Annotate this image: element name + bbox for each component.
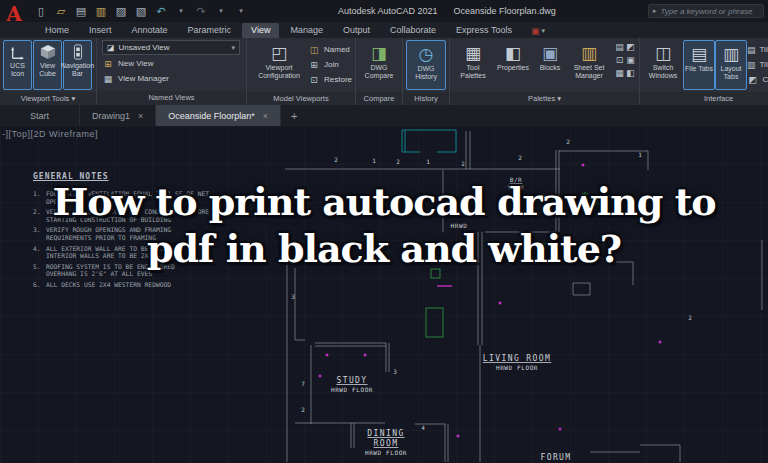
- view-dropdown-caret-icon: ▾: [231, 44, 235, 52]
- button-label: Properties: [497, 64, 529, 72]
- save-icon[interactable]: ▤: [74, 5, 88, 18]
- ucs-icon-button[interactable]: UCS Icon: [3, 40, 32, 90]
- dimension-point: [659, 341, 662, 344]
- search-box[interactable]: ▸: [648, 4, 764, 18]
- search-input[interactable]: [661, 7, 759, 16]
- switch-windows-button[interactable]: ◫ Switch Windows: [643, 40, 683, 90]
- button-label: Cascade: [762, 75, 768, 84]
- room-label: STUDY: [336, 376, 367, 385]
- palette-small-icon[interactable]: ▣: [625, 55, 636, 68]
- dim-number: 2: [301, 406, 305, 413]
- dim-number: 2: [688, 314, 692, 321]
- undo-caret-icon[interactable]: ▾: [174, 7, 188, 15]
- palette-small-icon[interactable]: ◧: [625, 68, 636, 81]
- panel-label-viewport-tools[interactable]: Viewport Tools ▾: [0, 92, 96, 105]
- file-tab-start[interactable]: Start: [0, 105, 80, 126]
- new-drawing-tab-button[interactable]: +: [281, 105, 307, 126]
- dwg-compare-button[interactable]: ◨ DWG Compare: [359, 40, 399, 90]
- quick-access-toolbar: ▯ ▱ ▤ ▥ ▨ ▧ ↶ ▾ ↷ ▾ ▾: [34, 5, 248, 18]
- panel-history: ◷ DWG History History: [403, 38, 450, 105]
- close-tab-icon[interactable]: ×: [138, 111, 143, 121]
- undo-icon[interactable]: ↶: [154, 5, 168, 18]
- blocks-icon: ▣: [542, 42, 558, 64]
- redo-caret-icon[interactable]: ▾: [214, 7, 228, 15]
- panel-named-views: ◪ Unsaved View ▾ ⊞ New View ▦ View Manag…: [97, 38, 247, 105]
- properties-button[interactable]: ◧ Properties: [493, 40, 533, 90]
- cascade-button[interactable]: ◩ Cascade: [747, 72, 768, 87]
- view-manager-icon: ▦: [102, 74, 114, 84]
- featured-apps-button[interactable]: ▣ ▾: [531, 26, 545, 38]
- dim-number: 3: [393, 368, 397, 375]
- tab-annotate[interactable]: Annotate: [123, 23, 177, 38]
- panel-label-palettes[interactable]: Palettes ▾: [450, 92, 639, 105]
- panel-label-model-viewports[interactable]: Model Viewports: [247, 92, 355, 105]
- file-tab-drawing1[interactable]: Drawing1 ×: [80, 105, 156, 126]
- headline-line1: How to print autocad drawing to: [0, 178, 768, 225]
- panel-label-named-views[interactable]: Named Views: [97, 91, 246, 105]
- save-as-icon[interactable]: ▥: [94, 5, 108, 18]
- plus-icon: +: [291, 110, 297, 122]
- button-label: Viewport Configuration: [250, 64, 308, 80]
- viewport-configuration-icon: ◰: [271, 42, 287, 64]
- dwg-compare-icon: ◨: [371, 42, 387, 64]
- panel-label-history[interactable]: History: [403, 92, 449, 105]
- redo-icon[interactable]: ↷: [194, 5, 208, 18]
- tile-vertically-button[interactable]: ▥ Tile Vertically: [747, 57, 768, 72]
- file-tab-oceanside-floorplan[interactable]: Oceanside Floorplan* ×: [156, 105, 281, 126]
- viewport-configuration-button[interactable]: ◰ Viewport Configuration: [250, 40, 308, 90]
- tab-insert[interactable]: Insert: [80, 23, 121, 38]
- new-view-button[interactable]: ⊞ New View: [102, 56, 153, 71]
- featured-apps-icon: ▣: [531, 26, 540, 36]
- fireplace-box: [426, 308, 443, 337]
- plot-icon[interactable]: ▨: [114, 5, 128, 18]
- tab-home[interactable]: Home: [36, 23, 78, 38]
- panel-label-compare[interactable]: Compare: [356, 92, 402, 105]
- tool-palettes-button[interactable]: ▦ Tool Palettes: [453, 40, 493, 90]
- view-cube-button[interactable]: View Cube: [33, 40, 62, 90]
- navigation-bar-icon: [73, 44, 83, 60]
- panel-compare: ◨ DWG Compare Compare: [356, 38, 403, 105]
- layout-tabs-button[interactable]: ▥ Layout Tabs: [715, 40, 747, 90]
- tile-horizontally-button[interactable]: ▤ Tile Horizontally: [747, 42, 768, 57]
- open-file-icon[interactable]: ▱: [54, 5, 68, 18]
- dimension-point: [582, 164, 585, 167]
- tab-parametric[interactable]: Parametric: [179, 23, 241, 38]
- tab-collaborate[interactable]: Collaborate: [381, 23, 445, 38]
- room-label: HRWD FLOOR: [331, 386, 373, 393]
- navigation-bar-button[interactable]: Navigation Bar: [63, 40, 92, 90]
- ribbon-tab-row: Home Insert Annotate Parametric View Man…: [0, 22, 768, 38]
- sheet-set-manager-button[interactable]: ▥ Sheet Set Manager: [567, 40, 611, 90]
- autocad-logo[interactable]: A: [3, 3, 25, 27]
- button-label: Sheet Set Manager: [567, 64, 611, 80]
- tab-express-tools[interactable]: Express Tools: [447, 23, 521, 38]
- view-manager-button[interactable]: ▦ View Manager: [102, 71, 169, 86]
- tab-output[interactable]: Output: [334, 23, 379, 38]
- palette-small-icon[interactable]: ⊡: [614, 55, 625, 68]
- restore-viewport-button[interactable]: ⊡ Restore: [308, 72, 352, 87]
- window-title: Autodesk AutoCAD 2021 Oceanside Floorpla…: [338, 0, 556, 22]
- button-label: DWG History: [407, 65, 445, 81]
- file-tabs-button[interactable]: ▤ File Tabs: [683, 40, 715, 90]
- palette-small-icon[interactable]: ▦: [614, 68, 625, 81]
- file-tab-label: Start: [30, 111, 49, 121]
- view-dropdown[interactable]: ◪ Unsaved View ▾: [102, 40, 240, 55]
- named-viewport-icon: ◫: [308, 45, 320, 55]
- button-label: Navigation Bar: [61, 62, 94, 78]
- blocks-button[interactable]: ▣ Blocks: [533, 40, 567, 90]
- tab-manage[interactable]: Manage: [281, 23, 332, 38]
- named-viewport-button[interactable]: ◫ Named: [308, 42, 352, 57]
- new-file-icon[interactable]: ▯: [34, 5, 48, 18]
- print-icon[interactable]: ▧: [134, 5, 148, 18]
- palette-small-icon[interactable]: ▤: [614, 42, 625, 55]
- dim-number: 1: [426, 158, 430, 165]
- tab-view[interactable]: View: [242, 23, 279, 38]
- join-viewport-button[interactable]: ⊞ Join: [308, 57, 352, 72]
- panel-interface: ◫ Switch Windows ▤ File Tabs ▥ Layout Ta…: [640, 38, 768, 105]
- drawing-canvas[interactable]: -][Top][2D Wireframe] GENERAL NOTES 1.FO…: [0, 126, 768, 463]
- panel-label-interface[interactable]: Interface: [640, 92, 768, 105]
- dwg-history-button[interactable]: ◷ DWG History: [406, 40, 446, 90]
- sheet-set-manager-icon: ▥: [581, 42, 597, 64]
- qat-customize-icon[interactable]: ▾: [234, 7, 248, 15]
- close-tab-icon[interactable]: ×: [263, 111, 268, 121]
- palette-small-icon[interactable]: ◩: [625, 42, 636, 55]
